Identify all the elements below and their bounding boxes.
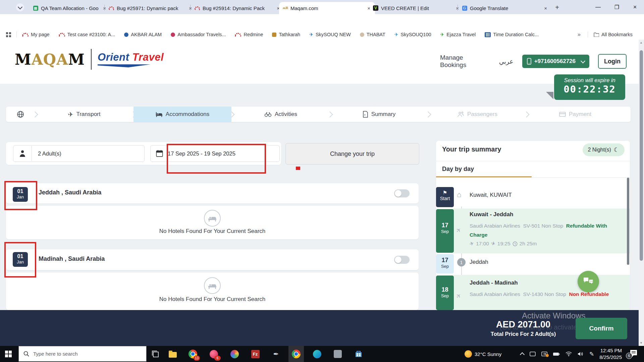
app-badge: 6 [214,356,221,361]
trip-summary-title: Your trip summary [442,145,501,153]
tab-close-icon[interactable]: × [543,5,548,11]
filezilla-icon[interactable]: Fz [248,346,263,362]
adults-field[interactable]: 2 Adult(s) [13,145,145,162]
bookmarks-bar: My page Test case #23100: A... AKBAR ALA… [0,29,644,40]
step-accommodations-active[interactable]: Accommodations [133,107,231,122]
tab-bug-25971[interactable]: Bug #25971: Dynamic pack × [105,2,197,14]
bookmark-label: Time Duration Calc... [493,32,539,37]
bookmark-skysouq-new[interactable]: ✈SkySOUQ NEW [309,32,351,37]
app-icon-grey[interactable] [330,346,345,362]
scroll-up-icon[interactable]: ▲ [640,41,643,44]
language-arabic-link[interactable]: عربي [499,58,514,65]
change-trip-button[interactable]: Change your trip [285,143,419,165]
bookmark-label: Test case #23100: A... [67,32,115,37]
brand-logos[interactable]: MAQAM Orient Travel [15,49,164,70]
panel-scrollbar-thumb[interactable] [627,178,629,265]
photos-icon[interactable] [227,346,242,362]
wifi-icon[interactable] [566,352,572,356]
taskbar-search-placeholder: Type here to search [33,351,78,357]
scroll-down-icon[interactable]: ▼ [640,341,643,345]
page-scrollbar-thumb[interactable] [640,50,643,261]
edge-icon[interactable] [309,346,325,362]
clock-icon [513,241,518,246]
chrome-icon-badged[interactable]: 13 [185,346,201,362]
phone-dropdown-button[interactable]: +971600562726 [522,55,589,68]
tab-bug-25914[interactable]: Bug #25914: Dynamic Pack × [191,2,284,14]
logo-divider [91,49,92,70]
tab-title: Google Translate [470,5,540,11]
bookmark-my-page[interactable]: My page [22,32,50,37]
credit-card-icon [559,112,566,117]
tab-qa-team-allocation[interactable]: ▦ QA Team Allocation - Goo × [30,2,111,14]
pen-icon[interactable]: ✎ [589,351,594,358]
bookmark-tathkarah[interactable]: Tathkarah [272,32,300,37]
app-icon-badged[interactable]: 6 [206,346,221,362]
bookmarks-overflow-icon[interactable]: » [578,32,581,38]
bookmark-test-case[interactable]: Test case #23100: A... [59,32,115,37]
session-countdown: 00:22:32 [554,83,625,95]
binoculars-icon [264,111,272,117]
redmine-icon [109,5,114,11]
city-toggle[interactable] [394,189,410,197]
step-summary[interactable]: Summary [330,107,428,122]
bookmark-akbar-alam[interactable]: AKBAR ALAM [124,32,162,37]
total-price: AED 2071.00 [476,319,570,330]
tab-veed[interactable]: V VEED CREATE | Edit × [370,2,464,14]
volume-icon[interactable] [578,352,584,356]
bookmark-skysouq100[interactable]: ✈SkySOUQ100 [394,32,431,37]
step-globe[interactable] [6,107,35,122]
person-icon [13,149,32,158]
notification-center-icon[interactable]: 6 [629,349,638,357]
weather-widget[interactable]: 32°C Sunny [465,346,501,362]
bookmark-ejazza[interactable]: ✈Ejazza Travel [440,32,476,37]
tab-maqam-active[interactable]: ʍR Maqam.com × [279,2,375,14]
step-transport[interactable]: ✈ Transport [35,107,133,122]
window-close-button[interactable]: × [626,0,644,14]
tray-expand-icon[interactable] [520,352,525,357]
day-by-day-tab[interactable]: Day by day [442,166,474,173]
tablet-icon[interactable] [530,352,536,356]
notepad-feather-icon[interactable]: ✒ [268,346,284,362]
tab-google-translate[interactable]: G Google Translate × [459,2,552,14]
clock-widget[interactable]: 12:45 PM 8/25/2025 [596,347,622,361]
task-view-icon[interactable] [148,346,163,362]
taskbar-search-box[interactable]: Type here to search [18,346,147,362]
tab-search-chevron-icon[interactable] [16,3,24,11]
flag-icon: ⚑ [436,190,454,196]
tathkarah-icon [272,33,276,37]
weather-text: 32°C Sunny [475,351,501,357]
apps-grid-icon[interactable] [6,32,11,37]
annotation-box-dates [167,144,266,174]
chat-fab-button[interactable] [578,271,599,292]
window-restore-button[interactable]: ❐ [608,0,626,14]
new-tab-button[interactable]: + [553,3,561,12]
bookmark-ambassador[interactable]: Ambassador Travels... [171,32,226,37]
settings-sync-icon[interactable] [541,352,547,356]
file-explorer-icon[interactable] [165,346,180,362]
login-button[interactable]: Login [598,54,627,69]
store-icon[interactable] [351,346,366,362]
bookmark-thabat[interactable]: THABAT [360,32,385,37]
step-activities[interactable]: Activities [232,107,330,122]
total-price-note: Total Price For 2 Adult(s) [476,331,570,337]
confirm-button[interactable]: Confirm [576,318,627,339]
flight-number: SV-1430 Non Stop [523,291,566,297]
all-bookmarks-button[interactable]: All Bookmarks [594,32,633,37]
plane-icon: ✈ [309,32,313,37]
hotel-bed-icon [204,277,221,294]
bookmark-time-duration[interactable]: Time Duration Calc... [485,32,539,37]
chip-month: Sep [436,229,454,234]
chrome-icon-active[interactable] [288,346,304,362]
city-toggle[interactable] [394,256,410,264]
battery-icon[interactable] [553,352,560,356]
manage-bookings-link[interactable]: Manage Bookings [440,54,490,69]
bookmark-redmine[interactable]: Redmine [235,32,263,37]
tab-title: VEED CREATE | Edit [381,5,452,11]
window-minimize-button[interactable]: — [589,0,607,14]
flight-route: Kuwait - Jeddah [470,211,513,218]
start-button[interactable] [1,346,16,362]
phone-number: +971600562726 [534,58,576,65]
annotation-box-date-chip [4,181,37,210]
page-scrollbar[interactable]: ▲ ▼ [639,40,644,346]
shell-icon [360,33,364,37]
